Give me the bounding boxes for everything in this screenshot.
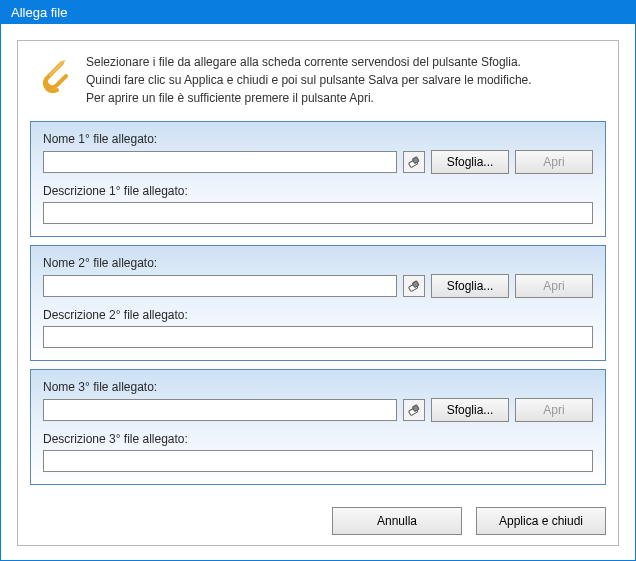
- file-name-label: Nome 3° file allegato:: [43, 380, 593, 394]
- open-button[interactable]: Apri: [515, 274, 593, 298]
- file-block-1: Nome 1° file allegato: Sfoglia... Apri D…: [30, 121, 606, 237]
- file-desc-input[interactable]: [43, 326, 593, 348]
- dialog-window: Allega file Selezionare i file da allega…: [0, 0, 636, 561]
- file-block-2: Nome 2° file allegato: Sfoglia... Apri D…: [30, 245, 606, 361]
- file-desc-label: Descrizione 1° file allegato:: [43, 184, 593, 198]
- file-name-input[interactable]: [43, 399, 397, 421]
- intro-line-2: Quindi fare clic su Applica e chiudi e p…: [86, 71, 532, 89]
- file-name-label: Nome 2° file allegato:: [43, 256, 593, 270]
- cancel-button[interactable]: Annulla: [332, 507, 462, 535]
- file-name-row: Sfoglia... Apri: [43, 398, 593, 422]
- eraser-icon: [407, 403, 421, 417]
- intro-section: Selezionare i file da allegare alla sche…: [30, 53, 606, 107]
- file-name-row: Sfoglia... Apri: [43, 150, 593, 174]
- file-block-3: Nome 3° file allegato: Sfoglia... Apri D…: [30, 369, 606, 485]
- file-desc-label: Descrizione 3° file allegato:: [43, 432, 593, 446]
- browse-button[interactable]: Sfoglia...: [431, 398, 509, 422]
- file-name-input[interactable]: [43, 275, 397, 297]
- open-button[interactable]: Apri: [515, 150, 593, 174]
- file-desc-label: Descrizione 2° file allegato:: [43, 308, 593, 322]
- main-panel: Selezionare i file da allegare alla sche…: [17, 40, 619, 546]
- file-desc-input[interactable]: [43, 202, 593, 224]
- intro-line-3: Per aprire un file è sufficiente premere…: [86, 89, 532, 107]
- eraser-icon: [407, 155, 421, 169]
- paperclip-icon: [34, 53, 74, 107]
- intro-text: Selezionare i file da allegare alla sche…: [86, 53, 532, 107]
- eraser-icon: [407, 279, 421, 293]
- window-title: Allega file: [11, 5, 67, 20]
- browse-button[interactable]: Sfoglia...: [431, 274, 509, 298]
- file-desc-input[interactable]: [43, 450, 593, 472]
- clear-button[interactable]: [403, 399, 425, 421]
- file-name-input[interactable]: [43, 151, 397, 173]
- apply-close-button[interactable]: Applica e chiudi: [476, 507, 606, 535]
- open-button[interactable]: Apri: [515, 398, 593, 422]
- browse-button[interactable]: Sfoglia...: [431, 150, 509, 174]
- intro-line-1: Selezionare i file da allegare alla sche…: [86, 53, 532, 71]
- clear-button[interactable]: [403, 275, 425, 297]
- content-area: Selezionare i file da allegare alla sche…: [1, 24, 635, 561]
- titlebar: Allega file: [1, 1, 635, 24]
- clear-button[interactable]: [403, 151, 425, 173]
- file-name-label: Nome 1° file allegato:: [43, 132, 593, 146]
- dialog-footer: Annulla Applica e chiudi: [30, 493, 606, 535]
- file-name-row: Sfoglia... Apri: [43, 274, 593, 298]
